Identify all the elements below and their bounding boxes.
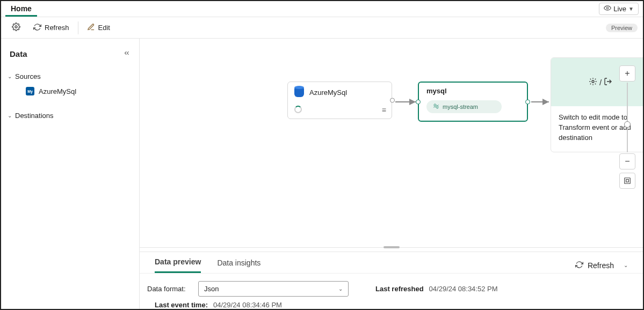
bottom-panel: Data preview Data insights Refresh ⌄ Dat…	[140, 252, 643, 309]
output-icon	[604, 77, 612, 87]
destinations-group[interactable]: ⌄ Destinations	[8, 109, 133, 122]
loading-spinner-icon	[294, 106, 302, 113]
refresh-button[interactable]: Refresh	[28, 20, 75, 35]
chevron-down-icon: ▼	[628, 6, 634, 12]
sidebar: Data ⌄ Sources My AzureMySql ⌄ Destinati…	[1, 39, 140, 309]
settings-button[interactable]	[6, 20, 26, 35]
stream-pill-label: mysql-stream	[443, 104, 478, 110]
data-format-label: Data format:	[147, 285, 193, 293]
gear-icon	[12, 23, 20, 33]
azuremysql-icon: My	[26, 87, 34, 95]
destinations-label: Destinations	[15, 112, 54, 120]
mode-label: Live	[613, 5, 626, 13]
chevron-down-icon: ⌄	[8, 73, 12, 79]
slash: /	[599, 78, 602, 87]
sources-group[interactable]: ⌄ Sources	[8, 70, 133, 83]
node-port-in[interactable]	[416, 99, 421, 104]
zoom-slider[interactable]	[627, 83, 628, 152]
stream-icon	[433, 103, 439, 110]
canvas[interactable]: AzureMySql ≡ mysql mysql-stream	[140, 39, 643, 247]
node-stream-title: mysql	[426, 87, 519, 95]
node-source-title: AzureMySql	[309, 88, 347, 97]
node-port-out[interactable]	[525, 99, 530, 104]
last-event-label: Last event time:	[155, 301, 208, 309]
edit-icon	[87, 23, 95, 33]
chevron-down-icon: ⌄	[338, 286, 343, 292]
source-item-azuremysql[interactable]: My AzureMySql	[8, 83, 133, 100]
sidebar-title: Data	[10, 49, 27, 58]
zoom-out-button[interactable]: −	[619, 153, 635, 169]
transform-icon	[589, 77, 597, 87]
data-format-value: Json	[204, 285, 219, 293]
collapse-sidebar-icon[interactable]	[123, 49, 131, 58]
node-port-out[interactable]	[390, 98, 395, 103]
tab-data-insights[interactable]: Data insights	[217, 259, 261, 272]
fit-view-button[interactable]	[619, 173, 635, 189]
last-refreshed-value: 04/29/24 08:34:52 PM	[429, 285, 498, 293]
last-event-value: 04/29/24 08:34:46 PM	[213, 301, 282, 309]
refresh-icon	[33, 23, 41, 33]
database-icon	[294, 87, 304, 97]
refresh-label: Refresh	[45, 24, 69, 32]
last-refreshed-label: Last refreshed	[375, 285, 424, 293]
svg-point-3	[592, 80, 594, 83]
breadcrumb-home[interactable]: Home	[5, 2, 37, 17]
sources-label: Sources	[15, 72, 41, 80]
chevron-down-icon: ⌄	[624, 262, 628, 268]
zoom-controls: + −	[619, 65, 635, 189]
node-menu-icon[interactable]: ≡	[382, 106, 386, 114]
eye-icon	[604, 4, 611, 13]
mode-chip-live[interactable]: Live ▼	[599, 3, 639, 15]
svg-point-1	[15, 26, 17, 28]
edit-button[interactable]: Edit	[82, 20, 115, 35]
zoom-thumb[interactable]	[624, 121, 631, 128]
svg-rect-4	[625, 178, 631, 184]
bottom-refresh-button[interactable]: Refresh ⌄	[575, 261, 628, 270]
chevron-down-icon: ⌄	[8, 113, 12, 119]
svg-point-0	[606, 7, 609, 9]
canvas-node-stream[interactable]: mysql mysql-stream	[418, 82, 528, 122]
edit-label: Edit	[98, 24, 110, 32]
canvas-node-source[interactable]: AzureMySql ≡	[287, 82, 392, 119]
svg-rect-5	[626, 180, 629, 182]
stream-pill[interactable]: mysql-stream	[426, 100, 502, 113]
toolbar-separator	[78, 21, 78, 34]
data-format-select[interactable]: Json ⌄	[198, 281, 349, 297]
refresh-icon	[575, 261, 583, 270]
preview-badge: Preview	[606, 24, 638, 32]
panel-resize-handle[interactable]	[140, 247, 643, 252]
tab-data-preview[interactable]: Data preview	[155, 257, 201, 273]
source-item-label: AzureMySql	[39, 87, 76, 95]
refresh-label: Refresh	[588, 261, 614, 270]
zoom-in-button[interactable]: +	[619, 65, 635, 82]
